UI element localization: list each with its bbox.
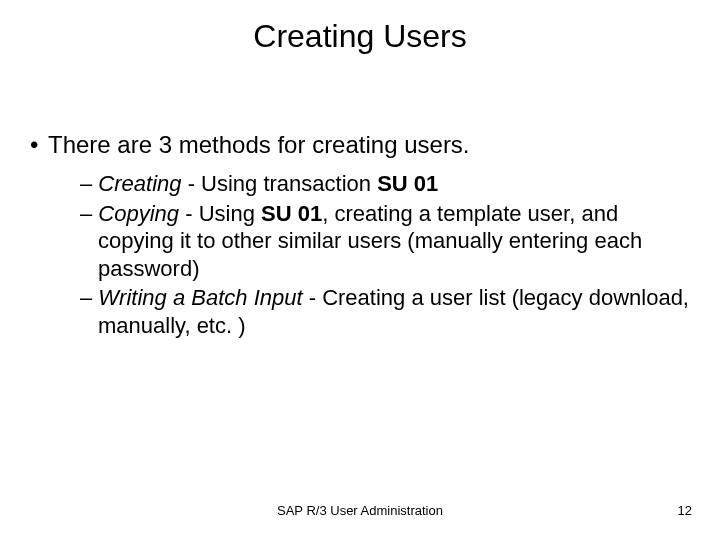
tx-code: SU 01 (377, 171, 438, 196)
bullet-level2-item: – Creating - Using transaction SU 01 (80, 170, 690, 198)
dash-icon: – (80, 201, 98, 226)
bullet-dot-icon: • (30, 130, 48, 160)
method-name: Copying (98, 201, 179, 226)
slide: Creating Users •There are 3 methods for … (0, 0, 720, 540)
bullet-level1-text: There are 3 methods for creating users. (48, 131, 470, 158)
slide-body: •There are 3 methods for creating users.… (30, 130, 690, 341)
method-desc: - Using (179, 201, 261, 226)
bullet-level2-item: – Writing a Batch Input - Creating a use… (80, 284, 690, 339)
slide-title: Creating Users (0, 0, 720, 55)
dash-icon: – (80, 171, 98, 196)
page-number: 12 (678, 503, 692, 518)
bullet-level1: •There are 3 methods for creating users. (30, 130, 690, 160)
bullet-level2-item: – Copying - Using SU 01, creating a temp… (80, 200, 690, 283)
footer-center-text: SAP R/3 User Administration (0, 503, 720, 518)
tx-code: SU 01 (261, 201, 322, 226)
dash-icon: – (80, 285, 98, 310)
method-name: Writing a Batch Input (98, 285, 302, 310)
method-desc: - Using transaction (182, 171, 378, 196)
method-name: Creating (98, 171, 181, 196)
